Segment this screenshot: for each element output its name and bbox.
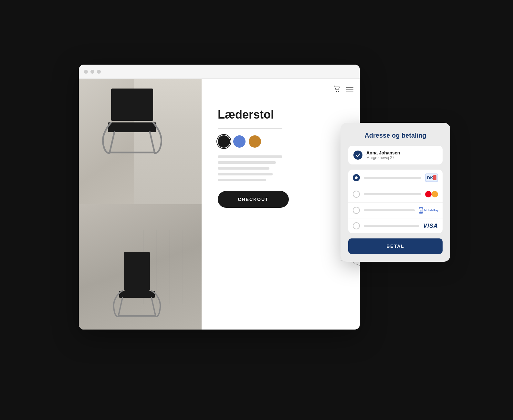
radio-dankort[interactable] [353, 174, 360, 181]
payment-methods-list: DK [348, 170, 443, 233]
mobilepay-label-line [364, 209, 415, 211]
payment-row-visa[interactable]: VISA [348, 218, 443, 233]
payment-row-mobilepay[interactable]: MobilePay [348, 203, 443, 218]
chair-top-svg [92, 85, 182, 160]
svg-text:DK: DK [427, 175, 433, 180]
address-info: Anna Johansen Margrethevej 27 [366, 150, 400, 160]
browser-window: Læderstol CHECKOUT [79, 65, 360, 330]
cart-icon[interactable] [333, 85, 341, 94]
svg-line-11 [118, 298, 122, 317]
mastercard-label-line [364, 193, 421, 195]
radio-mastercard[interactable] [353, 191, 360, 198]
traffic-dot-2 [90, 70, 94, 74]
mobilepay-text: MobilePay [424, 209, 439, 212]
product-title: Læderstol [218, 108, 347, 121]
svg-line-12 [152, 298, 156, 317]
address-check-icon [353, 151, 362, 160]
traffic-dot-3 [97, 70, 101, 74]
svg-rect-21 [433, 175, 436, 180]
payment-row-dankort[interactable]: DK [348, 170, 443, 186]
mc-right [432, 191, 438, 197]
mastercard-logo [425, 190, 438, 198]
desc-line-3 [218, 167, 269, 170]
desc-line-2 [218, 161, 276, 164]
svg-rect-1 [108, 122, 156, 132]
svg-point-23 [420, 210, 422, 212]
mobilepay-logo: MobilePay [419, 206, 438, 214]
checkout-button[interactable]: CHECKOUT [218, 191, 289, 208]
payment-card: Adresse og betaling Anna Johansen Margre… [340, 123, 450, 262]
customer-name: Anna Johansen [366, 150, 400, 155]
svg-rect-9 [124, 252, 150, 291]
scene: Læderstol CHECKOUT [79, 65, 434, 355]
color-options [218, 135, 347, 148]
color-option-blue[interactable] [233, 135, 246, 148]
pay-button[interactable]: BETAL [348, 238, 443, 254]
radio-visa[interactable] [353, 222, 360, 229]
visa-logo: VISA [423, 223, 438, 229]
chair-bottom-svg [105, 252, 169, 326]
title-divider [218, 128, 282, 129]
svg-rect-10 [119, 291, 155, 298]
radio-mobilepay[interactable] [353, 207, 360, 214]
color-option-brown[interactable] [249, 135, 261, 148]
svg-point-15 [338, 91, 339, 92]
svg-line-3 [150, 132, 155, 153]
nav-icons [333, 85, 353, 94]
payment-row-mastercard[interactable] [348, 186, 443, 203]
visa-label-line [364, 225, 419, 227]
product-detail: Læderstol CHECKOUT [202, 79, 360, 330]
product-image-bottom [79, 204, 202, 330]
desc-line-5 [218, 179, 266, 181]
description-lines [218, 155, 347, 181]
product-image-top [79, 79, 202, 204]
dankort-label-line [364, 177, 421, 179]
mobilepay-icon [419, 207, 423, 214]
svg-point-14 [336, 91, 337, 92]
dankort-logo: DK [425, 173, 438, 182]
browser-content: Læderstol CHECKOUT [79, 79, 360, 330]
desc-line-4 [218, 173, 273, 175]
menu-icon[interactable] [346, 86, 353, 93]
radio-inner-dankort [355, 176, 358, 179]
address-card[interactable]: Anna Johansen Margrethevej 27 [348, 146, 443, 164]
svg-rect-0 [111, 89, 153, 121]
svg-line-2 [110, 132, 114, 153]
mc-left [425, 191, 432, 197]
color-option-black[interactable] [218, 135, 230, 148]
browser-titlebar [79, 65, 360, 79]
customer-street: Margrethevej 27 [366, 155, 400, 160]
product-images [79, 79, 202, 330]
desc-line-1 [218, 155, 282, 158]
traffic-dot-1 [84, 70, 88, 74]
payment-title: Adresse og betaling [348, 132, 443, 139]
